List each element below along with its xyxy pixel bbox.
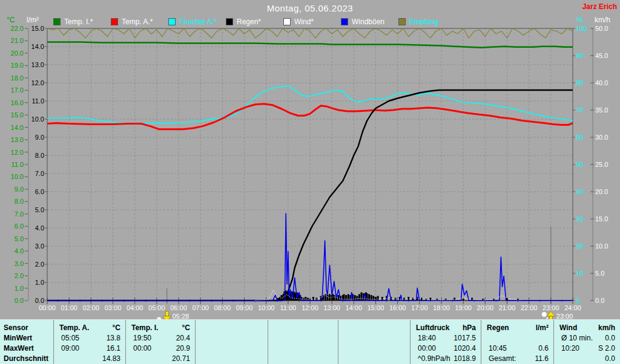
- x-axis-label: 02:00: [83, 304, 100, 311]
- axis-tick-label: 80: [576, 79, 583, 86]
- rain-bar: [294, 293, 295, 301]
- axis-tick-label: 30.0: [595, 134, 608, 141]
- rain-bar: [277, 298, 279, 301]
- plot-border: [47, 28, 573, 301]
- table-row-label: Sensor: [0, 322, 53, 333]
- axis-tick-label: 15.0: [11, 111, 24, 119]
- rain-bar: [482, 299, 484, 301]
- rain-bar: [297, 293, 299, 301]
- axis-tick-label: 21.0: [11, 37, 24, 44]
- series-temp_i: [47, 42, 573, 48]
- table-value-row: [268, 333, 338, 343]
- rain-bar: [417, 297, 418, 301]
- value-time: 10:45: [481, 344, 507, 353]
- watermark-author: Jarz Erich: [582, 2, 617, 11]
- sunrise-arrow-icon: [165, 311, 168, 316]
- rain-bar: [292, 293, 294, 301]
- legend-label: Temp. A.*: [122, 18, 153, 26]
- table-value-row: 09:0016.1: [54, 343, 125, 353]
- legend-item: Empfang: [398, 18, 438, 26]
- sensor-name: Temp. I.: [126, 323, 158, 332]
- rain-bar: [453, 298, 455, 301]
- table-row-label: MaxWert: [0, 343, 53, 353]
- axis-tick-label: 25.0: [595, 161, 608, 168]
- table-value-row: Gesamt:11.6: [481, 353, 553, 363]
- rain-bar: [331, 295, 333, 301]
- x-axis-label: 12:00: [302, 304, 318, 311]
- rain-bar: [356, 296, 358, 301]
- table-header-row: LuftdruckhPa: [411, 322, 481, 333]
- rain-bar: [322, 295, 324, 301]
- axis-tick-label: 35.0: [595, 106, 608, 114]
- legend-swatch-icon: [283, 18, 291, 25]
- value-reading: 0.6: [538, 344, 553, 353]
- sensor-statistics-table: SensorMinWertMaxWertDurchschnittTemp. A.…: [0, 319, 620, 364]
- axis-tick-label: 50: [576, 161, 583, 168]
- rain-bar: [283, 291, 285, 301]
- weather-chart: 0.01.02.03.04.05.06.07.08.09.010.011.012…: [0, 0, 620, 319]
- value-reading: 20.71: [172, 354, 195, 363]
- rain-bar: [326, 295, 328, 301]
- axis-tick-label: 8.0: [35, 152, 44, 159]
- rain-bar: [305, 297, 306, 301]
- rain-bar: [368, 294, 370, 301]
- value-reading: 0.0: [605, 334, 620, 342]
- table-column-empty: [268, 320, 338, 364]
- weather-app-window: { "window": { "title": "Montag, 05.06.20…: [0, 0, 620, 364]
- legend-label: Empfang: [409, 18, 438, 26]
- axis-tick-label: 1.0: [15, 285, 24, 292]
- rain-bar: [320, 296, 322, 301]
- chart-legend: Temp. I.*Temp. A.*Feuchte A.*Regen*Wind*…: [0, 18, 620, 26]
- axis-tick-label: 20.0: [11, 50, 24, 57]
- value-reading: 13.8: [107, 334, 125, 342]
- axis-tick-label: 10.0: [11, 173, 24, 180]
- table-column-regen: Regenl/m²10:450.6Gesamt:11.6: [481, 320, 553, 364]
- rain-bar: [303, 298, 305, 301]
- rain-bar: [445, 299, 447, 301]
- axis-tick-label: 4.0: [15, 247, 24, 255]
- table-value-row: [481, 333, 553, 343]
- axis-tick-label: 4.0: [35, 224, 44, 232]
- rain-bar: [280, 295, 282, 301]
- value-reading: 1020.4: [453, 344, 481, 353]
- legend-label: Wind*: [294, 18, 314, 26]
- rain-bar: [296, 293, 298, 301]
- table-header-row: Temp. A.°C: [54, 322, 125, 333]
- axis-tick-label: 12.0: [31, 79, 44, 86]
- series-feuchte_a: [47, 86, 573, 123]
- value-time: Gesamt:: [481, 354, 516, 363]
- value-reading: 20.4: [176, 334, 195, 342]
- table-value-row: 05:0513.8: [54, 333, 125, 343]
- rain-bar: [377, 296, 379, 301]
- axis-tick-label: 45.0: [595, 52, 608, 59]
- rain-bar: [471, 298, 473, 301]
- axis-tick-label: 18.0: [11, 74, 24, 82]
- value-time: 09:00: [54, 344, 79, 353]
- sunrise-time-label: 05:28: [173, 313, 190, 319]
- table-value-row: [268, 343, 338, 353]
- sensor-name: Wind: [554, 323, 577, 332]
- axis-tick-label: 16.0: [11, 99, 24, 106]
- axis-tick-label: 1.0: [35, 279, 44, 286]
- rain-bar: [288, 291, 290, 301]
- rain-bar: [285, 291, 287, 301]
- rain-bar: [333, 295, 335, 301]
- legend-label: Regen*: [237, 18, 261, 26]
- legend-swatch-icon: [341, 18, 348, 25]
- table-value-row: 18:401017.5: [411, 333, 481, 343]
- axis-tick-label: 20: [576, 242, 583, 250]
- axis-tick-label: 5.0: [15, 235, 24, 242]
- table-header-row: Windkm/h: [554, 322, 620, 333]
- rain-bar: [403, 298, 405, 301]
- rain-bar: [407, 297, 409, 301]
- axis-tick-label: 13.0: [11, 136, 24, 143]
- page-title: Montag, 05.06.2023: [0, 3, 620, 13]
- series-temp_a: [47, 104, 573, 129]
- axis-tick-label: 2.0: [35, 261, 44, 268]
- table-value-row: [196, 343, 268, 353]
- axis-tick-label: 3.0: [35, 242, 44, 250]
- axis-tick-label: 19.0: [11, 62, 24, 69]
- rain-bar: [307, 298, 309, 301]
- axis-tick-label: 7.0: [15, 210, 24, 218]
- table-column-temp-i: Temp. I.°C19:5020.400:0020.920.71: [125, 320, 195, 364]
